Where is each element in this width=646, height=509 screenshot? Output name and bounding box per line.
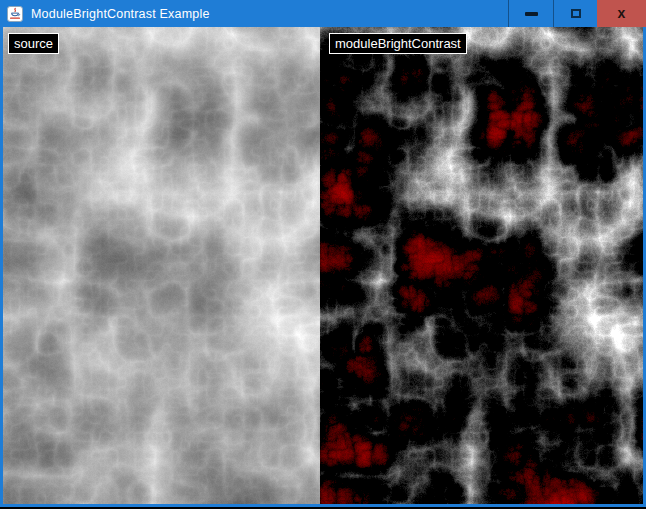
close-button[interactable]: x	[597, 0, 646, 27]
java-coffee-cup-icon	[7, 6, 23, 22]
window-controls: x	[508, 0, 646, 27]
app-window: ModuleBrightContrast Example x source mo…	[0, 0, 646, 507]
maximize-button[interactable]	[553, 0, 597, 27]
source-image-panel: source	[3, 27, 320, 504]
close-icon: x	[618, 6, 626, 20]
window-title: ModuleBrightContrast Example	[31, 7, 210, 21]
image-display-area: source moduleBrightContrast	[3, 27, 643, 504]
maximize-icon	[571, 9, 581, 18]
titlebar[interactable]: ModuleBrightContrast Example x	[0, 0, 646, 27]
minimize-icon	[525, 12, 538, 16]
source-image	[3, 27, 320, 504]
module-bright-contrast-image	[320, 27, 643, 504]
minimize-button[interactable]	[508, 0, 553, 27]
window-bottom-border	[0, 504, 646, 507]
output-image-label: moduleBrightContrast	[329, 33, 467, 54]
output-image-panel: moduleBrightContrast	[320, 27, 643, 504]
source-image-label: source	[8, 33, 59, 54]
